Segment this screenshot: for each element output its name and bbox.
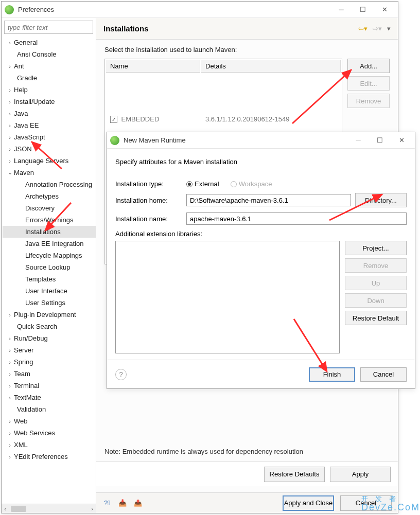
tree-item[interactable]: User Interface	[3, 285, 96, 297]
minimize-button[interactable]: ─	[331, 3, 352, 17]
maximize-button[interactable]: ☐	[353, 3, 373, 17]
tree-item[interactable]: ›JavaScript	[3, 131, 96, 143]
tree-item[interactable]: ›Team	[3, 368, 96, 380]
chevron-right-icon[interactable]: ›	[6, 146, 14, 152]
forward-icon[interactable]: ⇨▾	[373, 25, 382, 32]
name-input[interactable]	[186, 212, 407, 225]
home-input[interactable]	[186, 194, 351, 206]
tree-item[interactable]: ›Plug-in Development	[3, 309, 96, 321]
filter-input[interactable]	[4, 21, 93, 34]
tree-item[interactable]: Templates	[3, 273, 96, 285]
restore-default-button[interactable]: Restore Default	[345, 311, 407, 325]
tree-item[interactable]: ›General	[3, 37, 96, 48]
tree-item[interactable]: ›Ant	[3, 60, 96, 72]
tree-item[interactable]: Installations	[3, 226, 96, 238]
import-icon[interactable]: 📥	[118, 499, 127, 508]
tree-item[interactable]: User Settings	[3, 297, 96, 309]
col-name[interactable]: Name	[106, 60, 200, 73]
chevron-right-icon[interactable]: ›	[6, 134, 14, 140]
tree-item-label: Server	[14, 346, 33, 354]
tree-item[interactable]: ›Server	[3, 344, 96, 356]
chevron-right-icon[interactable]: ›	[6, 347, 14, 353]
chevron-right-icon[interactable]: ›	[6, 63, 14, 69]
libraries-list[interactable]	[115, 241, 340, 353]
chevron-right-icon[interactable]: ›	[6, 99, 14, 105]
down-button[interactable]: Down	[345, 293, 407, 308]
tree-item[interactable]: Ansi Console	[3, 48, 96, 60]
tree-item[interactable]: Discovery	[3, 202, 96, 214]
toolbar-menu-icon[interactable]: ▾	[387, 25, 391, 32]
tree-item[interactable]: ›Install/Update	[3, 96, 96, 108]
tree-item[interactable]: Lifecycle Mappings	[3, 250, 96, 261]
chevron-right-icon[interactable]: ›	[6, 122, 14, 129]
bottom-bar: ?⃝ 📥 📤 Apply and Close Cancel	[96, 492, 398, 513]
tree-item[interactable]: Quick Search	[3, 321, 96, 332]
runtime-cancel-button[interactable]: Cancel	[360, 367, 407, 382]
chevron-right-icon[interactable]: ›	[6, 359, 14, 365]
export-icon[interactable]: 📤	[133, 499, 143, 508]
tree-item[interactable]: ›TextMate	[3, 392, 96, 403]
remove-button[interactable]: Remove	[347, 94, 390, 108]
tree-item[interactable]: ›JSON	[3, 143, 96, 155]
restore-defaults-button[interactable]: Restore Defaults	[264, 467, 325, 482]
tree-item[interactable]: ›YEdit Preferences	[3, 451, 96, 463]
prefs-title: Preferences	[18, 6, 331, 13]
tree-item[interactable]: Validation	[3, 403, 96, 415]
chevron-right-icon[interactable]: ›	[6, 383, 14, 389]
tree-item[interactable]: ›Language Servers	[3, 155, 96, 167]
prefs-tree[interactable]: ›GeneralAnsi Console›AntGradle›Help›Inst…	[2, 37, 96, 504]
chevron-right-icon[interactable]: ›	[6, 418, 14, 424]
chevron-right-icon[interactable]: ›	[6, 371, 14, 377]
back-icon[interactable]: ⇦▾	[358, 25, 367, 32]
help-icon[interactable]: ?	[115, 369, 127, 380]
chevron-right-icon[interactable]: ›	[6, 335, 14, 342]
lib-remove-button[interactable]: Remove	[345, 258, 407, 273]
tree-item[interactable]: ›Spring	[3, 356, 96, 368]
tree-item[interactable]: Errors/Warnings	[3, 214, 96, 226]
tree-item[interactable]: ›Java	[3, 108, 96, 119]
tree-item[interactable]: ›Help	[3, 84, 96, 96]
add-button[interactable]: Add...	[347, 59, 390, 73]
tree-item[interactable]: Java EE Integration	[3, 238, 96, 250]
apply-close-button[interactable]: Apply and Close	[283, 495, 334, 511]
up-button[interactable]: Up	[345, 276, 407, 290]
chevron-right-icon[interactable]: ›	[6, 158, 14, 164]
radio-external[interactable]: External	[186, 180, 219, 188]
tree-item-label: Web Services	[14, 429, 55, 437]
chevron-right-icon[interactable]: ›	[6, 312, 14, 318]
chevron-right-icon[interactable]: ›	[6, 395, 14, 401]
chevron-right-icon[interactable]: ›	[6, 454, 14, 460]
close-button[interactable]: ✕	[391, 133, 412, 148]
chevron-right-icon[interactable]: ›	[6, 111, 14, 117]
tree-item[interactable]: Annotation Processing	[3, 179, 96, 190]
chevron-right-icon[interactable]: ›	[6, 442, 14, 448]
chevron-right-icon[interactable]: ›	[6, 40, 14, 46]
edit-button[interactable]: Edit...	[347, 76, 390, 91]
finish-button[interactable]: Finish	[309, 367, 355, 382]
tree-item[interactable]: ›Run/Debug	[3, 332, 96, 344]
tree-item[interactable]: ⌄Maven	[3, 167, 96, 179]
tree-item[interactable]: ›Java EE	[3, 119, 96, 131]
tree-item[interactable]: Gradle	[3, 72, 96, 84]
radio-dot-icon	[186, 181, 192, 187]
apply-button[interactable]: Apply	[330, 467, 391, 482]
tree-item[interactable]: ›XML	[3, 439, 96, 451]
checkbox-icon[interactable]: ✓	[110, 116, 117, 123]
help-icon[interactable]: ?⃝	[102, 499, 112, 508]
minimize-button[interactable]: ─	[348, 133, 369, 148]
chevron-down-icon[interactable]: ⌄	[6, 169, 14, 176]
tree-item[interactable]: ›Terminal	[3, 380, 96, 392]
col-details[interactable]: Details	[201, 60, 341, 73]
project-button[interactable]: Project...	[345, 241, 407, 255]
directory-button[interactable]: Directory...	[355, 193, 407, 207]
tree-item[interactable]: Source Lookup	[3, 261, 96, 273]
sidebar-scrollbar[interactable]	[2, 504, 96, 513]
chevron-right-icon[interactable]: ›	[6, 87, 14, 93]
runtime-title: New Maven Runtime	[124, 136, 348, 144]
close-button[interactable]: ✕	[374, 3, 395, 17]
tree-item[interactable]: ›Web	[3, 415, 96, 427]
tree-item[interactable]: ›Web Services	[3, 427, 96, 439]
maximize-button[interactable]: ☐	[370, 133, 390, 148]
chevron-right-icon[interactable]: ›	[6, 430, 14, 436]
tree-item[interactable]: Archetypes	[3, 190, 96, 202]
